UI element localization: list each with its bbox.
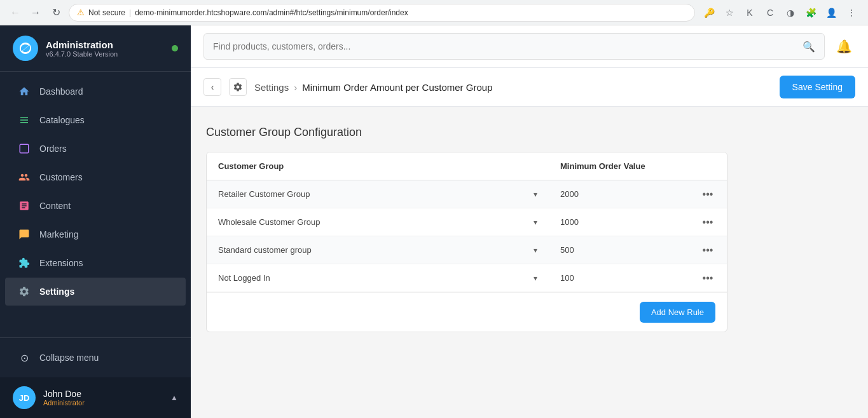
back-button[interactable]: ‹ [203,78,221,96]
app-layout: Administration v6.4.7.0 Stable Version D… [0,25,868,418]
sidebar-item-label: Settings [39,287,74,297]
notification-button[interactable]: 🔔 [832,35,855,58]
settings-icon [18,285,31,298]
table-cell-actions: ••• [689,270,727,287]
dropdown-arrow-icon: ▾ [534,190,537,199]
sidebar-item-marketing[interactable]: Marketing [5,220,186,248]
table-header: Customer Group Minimum Order Value [207,152,727,180]
sidebar-item-catalogues[interactable]: Catalogues [5,106,186,134]
table-cell-actions: ••• [689,186,727,203]
table-row: Wholesale Customer Group ▾ 1000 ••• [207,208,727,236]
search-input[interactable] [213,41,796,51]
ext-icon-moon[interactable]: ◑ [782,4,799,22]
collapse-menu-label: Collapse menu [39,353,99,363]
header-actions [689,152,727,180]
sidebar-brand-name: Administration [46,39,164,50]
search-icon: 🔍 [803,41,815,53]
status-dot [172,45,178,51]
dropdown-arrow-icon: ▾ [534,218,537,227]
table-cell-min-order: 1000 [549,208,689,236]
table-cell-min-order: 500 [549,236,689,264]
sidebar-user[interactable]: JD John Doe Administrator ▲ [0,377,191,418]
sidebar-item-orders[interactable]: Orders [5,135,186,163]
sidebar-item-settings[interactable]: Settings [5,278,186,306]
table-cell-min-order: 100 [549,264,689,292]
not-secure-label: Not secure [88,8,125,17]
gear-button[interactable] [229,78,247,96]
save-setting-button[interactable]: Save Setting [780,76,855,98]
sidebar-item-customers[interactable]: Customers [5,163,186,191]
browser-chrome: ← → ↻ ⚠ Not secure | demo-minimumorder.h… [0,0,868,25]
breadcrumb: Settings › Minimum Order Amount per Cust… [254,82,772,93]
sidebar-item-extensions[interactable]: Extensions [5,249,186,277]
customer-group-name: Not Logged In [218,273,270,283]
orders-icon [18,142,31,155]
dropdown-arrow-icon: ▾ [534,246,537,255]
sidebar: Administration v6.4.7.0 Stable Version D… [0,25,191,418]
user-name: John Doe [43,389,163,399]
address-bar[interactable]: ⚠ Not secure | demo-minimumorder.htcshop… [69,4,695,22]
table-row: Retailer Customer Group ▾ 2000 ••• [207,180,727,208]
header-customer-group: Customer Group [207,152,549,180]
dropdown-arrow-icon: ▾ [534,274,537,283]
breadcrumb-current-page: Minimum Order Amount per Customer Group [302,82,492,93]
customer-group-name: Wholesale Customer Group [218,217,320,227]
table-cell-customer-group: Standard customer group ▾ [207,236,549,264]
back-nav-button[interactable]: ← [8,5,23,20]
table-cell-customer-group: Wholesale Customer Group ▾ [207,208,549,236]
sidebar-header: Administration v6.4.7.0 Stable Version [0,25,191,72]
user-role: Administrator [43,399,163,407]
table-row: Not Logged In ▾ 100 ••• [207,264,727,292]
top-bar: 🔍 🔔 [191,25,868,68]
sidebar-item-label: Marketing [39,229,78,239]
sidebar-item-content[interactable]: Content [5,192,186,220]
min-order-value: 2000 [560,189,579,199]
svg-rect-0 [20,144,29,153]
add-new-rule-button[interactable]: Add New Rule [640,302,715,323]
star-icon[interactable]: ☆ [720,4,738,22]
ext-icon-k[interactable]: K [741,4,759,22]
row-actions-button[interactable]: ••• [699,214,717,231]
table-footer: Add New Rule [207,292,727,332]
sidebar-item-label: Catalogues [39,115,85,125]
min-order-value: 1000 [560,217,579,227]
menu-icon[interactable]: ⋮ [843,4,860,22]
breadcrumb-settings-link[interactable]: Settings [254,82,289,93]
sidebar-nav: Dashboard Catalogues Orders Customers [0,72,191,337]
table-cell-customer-group: Not Logged In ▾ [207,264,549,292]
ext-icon-user[interactable]: 👤 [822,4,840,22]
config-table: Customer Group Minimum Order Value Retai… [206,152,727,332]
customers-icon [18,171,31,184]
table-cell-actions: ••• [689,242,727,259]
collapse-menu-button[interactable]: ⊙ Collapse menu [5,344,186,372]
key-icon[interactable]: 🔑 [700,4,718,22]
table-cell-min-order: 2000 [549,180,689,208]
forward-nav-button[interactable]: → [28,5,43,20]
min-order-value: 500 [560,245,574,255]
customer-group-name: Retailer Customer Group [218,189,310,199]
search-box[interactable]: 🔍 [203,33,825,60]
section-title: Customer Group Configuration [206,126,853,139]
sidebar-brand-version: v6.4.7.0 Stable Version [46,50,164,58]
customer-group-name: Standard customer group [218,245,312,255]
breadcrumb-bar: ‹ Settings › Minimum Order Amount per Cu… [191,68,868,107]
table-cell-actions: ••• [689,214,727,231]
page-content: Customer Group Configuration Customer Gr… [191,107,868,418]
sidebar-item-label: Customers [39,172,83,182]
row-actions-button[interactable]: ••• [699,242,717,259]
sidebar-item-label: Content [39,201,71,211]
sidebar-item-dashboard[interactable]: Dashboard [5,78,186,105]
sidebar-footer: ⊙ Collapse menu [0,337,191,377]
row-actions-button[interactable]: ••• [699,186,717,203]
table-cell-customer-group: Retailer Customer Group ▾ [207,180,549,208]
reload-nav-button[interactable]: ↻ [48,5,64,20]
user-avatar: JD [13,386,36,409]
sidebar-item-label: Extensions [39,258,83,268]
table-row: Standard customer group ▾ 500 ••• [207,236,727,264]
breadcrumb-separator: › [294,82,297,93]
user-chevron-icon: ▲ [170,393,178,402]
ext-icon-puzzle[interactable]: 🧩 [802,4,820,22]
ext-icon-c[interactable]: C [761,4,779,22]
row-actions-button[interactable]: ••• [699,270,717,287]
sidebar-brand-info: Administration v6.4.7.0 Stable Version [46,39,164,58]
